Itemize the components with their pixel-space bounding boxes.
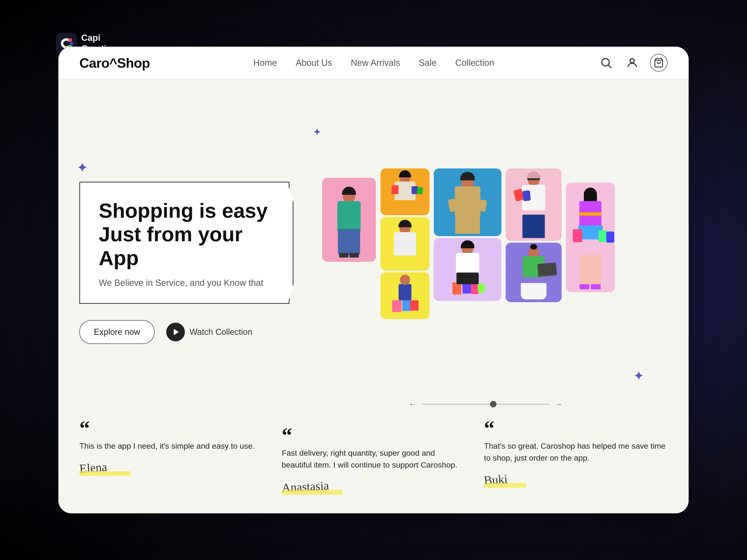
testimonial-text-2: Fast delivery, right quantity, super goo…: [282, 447, 465, 471]
hero-section-wrapper: ✦ Shopping is easy Just from your App We…: [58, 79, 689, 513]
image-card-7: [506, 243, 562, 302]
user-icon: [626, 56, 639, 69]
hero-text-box: Shopping is easy Just from your App We B…: [79, 182, 289, 304]
nav-link-about[interactable]: About Us: [295, 58, 332, 68]
svg-point-2: [70, 42, 73, 45]
testimonial-3: “ That's so great. Caroshop has helped m…: [484, 423, 668, 488]
hero-title: Shopping is easy Just from your App: [99, 199, 270, 270]
image-card-3: [434, 168, 501, 236]
signature-3: Buki: [484, 473, 668, 488]
hero-right: ✦ ✦: [304, 98, 668, 411]
deco-star-left: ✦: [313, 126, 321, 138]
signature-1: Elena: [79, 461, 263, 476]
quote-mark-2: “: [282, 430, 465, 441]
navbar: Caro^Shop Home About Us New Arrivals Sal…: [58, 47, 689, 79]
signature-2: Anastasia: [282, 480, 465, 495]
nav-brand: Caro^Shop: [79, 55, 150, 71]
signature-highlight-3: [484, 483, 526, 488]
signature-highlight-2: [282, 490, 342, 495]
svg-marker-9: [174, 329, 179, 335]
image-card-6: [381, 217, 430, 271]
image-card-4: [506, 168, 562, 241]
deco-star-right: ✦: [633, 368, 644, 383]
nav-link-collection[interactable]: Collection: [455, 58, 494, 68]
testimonials-section: “ This is the app I need, it's simple an…: [58, 411, 689, 513]
main-card: Caro^Shop Home About Us New Arrivals Sal…: [58, 47, 689, 513]
image-card-5: [434, 238, 501, 301]
nav-link-home[interactable]: Home: [253, 58, 277, 68]
slider-thumb[interactable]: [490, 401, 496, 407]
slider-track: [421, 404, 549, 405]
slider-container: ← →: [404, 395, 567, 411]
nav-link-new-arrivals[interactable]: New Arrivals: [351, 58, 400, 68]
outer-wrapper: CapiCreative Caro^Shop Home About Us New…: [37, 19, 710, 541]
image-grid: [304, 164, 668, 346]
hero-actions: Explore now Watch Collection: [79, 320, 289, 344]
cart-icon: [654, 58, 664, 68]
image-card-2: [381, 168, 430, 215]
search-button[interactable]: [598, 54, 614, 71]
cart-button[interactable]: [650, 54, 668, 72]
svg-point-5: [602, 59, 609, 66]
user-button[interactable]: [624, 54, 641, 71]
image-card-8: [381, 272, 430, 319]
explore-button[interactable]: Explore now: [79, 320, 155, 344]
image-card-9: [566, 183, 615, 292]
svg-line-6: [608, 65, 611, 68]
watch-label: Watch Collection: [189, 327, 252, 337]
search-icon: [600, 56, 612, 69]
play-icon: [172, 328, 180, 336]
hero-left: ✦ Shopping is easy Just from your App We…: [79, 98, 289, 411]
testimonial-2: “ Fast delivery, right quantity, super g…: [282, 423, 465, 495]
hero-main: ✦ Shopping is easy Just from your App We…: [58, 79, 689, 411]
quote-mark-3: “: [484, 423, 668, 433]
image-card-1: [322, 178, 376, 262]
svg-point-1: [69, 38, 72, 42]
quote-mark-1: “: [79, 423, 263, 433]
nav-links: Home About Us New Arrivals Sale Collecti…: [253, 58, 494, 68]
watch-button[interactable]: Watch Collection: [166, 323, 252, 341]
testimonial-1: “ This is the app I need, it's simple an…: [79, 423, 263, 476]
play-button[interactable]: [166, 323, 185, 341]
testimonial-text-3: That's so great. Caroshop has helped me …: [484, 440, 668, 464]
signature-highlight-1: [79, 471, 131, 476]
nav-link-sale[interactable]: Sale: [419, 58, 437, 68]
testimonial-text-1: This is the app I need, it's simple and …: [79, 440, 263, 452]
deco-star-top: ✦: [77, 161, 87, 175]
hero-subtitle: We Believe in Service, and you Know that: [99, 277, 270, 289]
slider-left-button[interactable]: ←: [404, 399, 421, 409]
svg-point-7: [630, 59, 634, 63]
slider-right-button[interactable]: →: [549, 399, 567, 409]
nav-icons: [598, 54, 668, 72]
